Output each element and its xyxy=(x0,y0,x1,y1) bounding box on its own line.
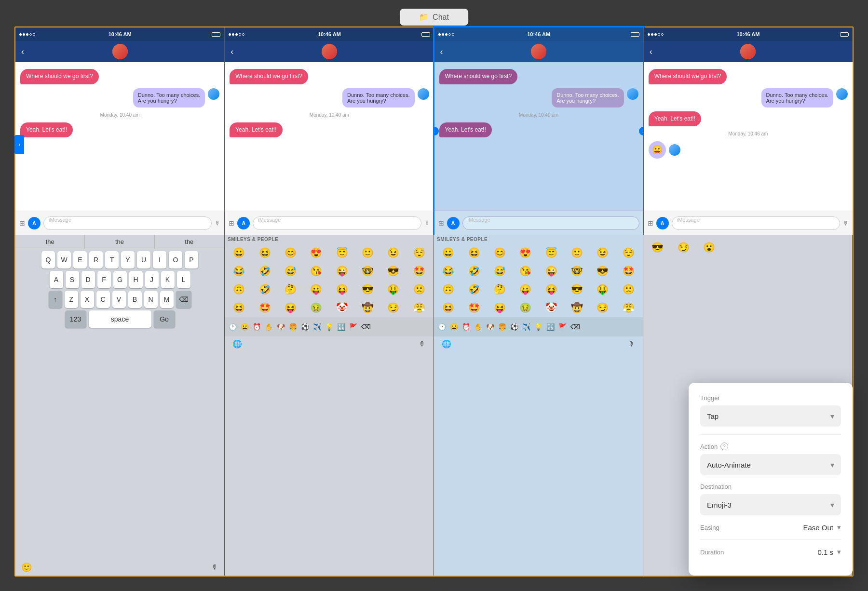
globe-icon-3[interactable]: 🌐 xyxy=(442,339,451,349)
key-k[interactable]: K xyxy=(161,271,175,288)
easing-chevron[interactable]: ▾ xyxy=(837,523,841,532)
action-select-wrapper[interactable]: Auto-Animate xyxy=(700,454,841,475)
key-h[interactable]: H xyxy=(129,271,143,288)
camera-icon-1[interactable]: ⊞ xyxy=(19,219,25,227)
key-r[interactable]: R xyxy=(89,251,103,269)
phone-frame-1[interactable]: 10:46 AM ‹ Where should we go first? Dun… xyxy=(15,27,225,235)
globe-icon-2[interactable]: 🌐 xyxy=(232,339,242,349)
action-select[interactable]: Auto-Animate xyxy=(700,454,841,475)
phone-keyboard-1[interactable]: the the the QWERTYUIOP ASDFGHJKL ↑ZXCVBN… xyxy=(15,235,225,576)
key-g[interactable]: G xyxy=(113,271,127,288)
key-p[interactable]: P xyxy=(185,251,198,269)
left-tab-handle[interactable]: › xyxy=(14,135,24,154)
key-backspace[interactable]: ⌫ xyxy=(176,291,191,308)
app-icon-2[interactable]: A xyxy=(237,217,250,229)
key-d[interactable]: D xyxy=(81,271,95,288)
key-o[interactable]: O xyxy=(169,251,182,269)
key-w[interactable]: W xyxy=(57,251,71,269)
key-q[interactable]: Q xyxy=(41,251,55,269)
mic-icon-1[interactable]: 🎙 xyxy=(215,220,220,227)
emoji-tb-objects[interactable]: 💡 xyxy=(325,323,333,331)
emoji-tb-symbols[interactable]: 🔣 xyxy=(337,323,345,331)
camera-icon-4[interactable]: ⊞ xyxy=(648,219,653,227)
suggestion-the-3[interactable]: the xyxy=(155,235,224,249)
trigger-field: Trigger Tap xyxy=(700,394,841,427)
destination-select[interactable]: Emoji-3 xyxy=(700,494,841,515)
phone-frame-4[interactable]: 10:46 AM ‹ Where should we go first? Dun… xyxy=(644,27,853,235)
key-n[interactable]: N xyxy=(144,291,158,308)
destination-select-wrapper[interactable]: Emoji-3 xyxy=(700,494,841,515)
key-space[interactable]: space xyxy=(89,310,151,328)
emoji-tb-flags[interactable]: 🚩 xyxy=(349,323,357,331)
back-arrow-3[interactable]: ‹ xyxy=(440,47,443,57)
input-bar-3[interactable]: ⊞ A iMessage xyxy=(434,211,643,235)
mic-icon-emoji-2[interactable]: 🎙 xyxy=(419,340,426,348)
key-go[interactable]: Go xyxy=(154,310,175,328)
msg-sent-8: Yeah. Let's eat!! xyxy=(649,111,701,127)
emoji-tb-clock[interactable]: 🕐 xyxy=(229,323,237,331)
key-c[interactable]: C xyxy=(96,291,110,308)
trigger-select[interactable]: Tap xyxy=(700,405,841,427)
key-v[interactable]: V xyxy=(112,291,126,308)
key-t[interactable]: T xyxy=(105,251,119,269)
phone-frame-3[interactable]: 10:46 AM ‹ Where should we go first? Dun… xyxy=(434,27,644,235)
phone-emoji-3[interactable]: SMILEYS & PEOPLE 😀😆😊😍😇🙂😉😌 😂🤣😅😘😜🤓😎🤩 🙃🤣🤔😛😝… xyxy=(434,235,643,576)
received-avatar-3 xyxy=(627,88,638,100)
emoji-key-1[interactable]: 🙂 xyxy=(21,562,32,573)
suggestion-the-2[interactable]: the xyxy=(85,235,154,249)
camera-icon-2[interactable]: ⊞ xyxy=(229,219,234,227)
app-icon-4[interactable]: A xyxy=(656,217,669,229)
app-icon-3[interactable]: A xyxy=(447,217,460,229)
back-arrow-4[interactable]: ‹ xyxy=(650,47,652,57)
back-arrow-1[interactable]: ‹ xyxy=(21,47,24,57)
input-bar-2[interactable]: ⊞ A iMessage 🎙 xyxy=(225,211,434,235)
duration-value-wrapper[interactable]: 0.1 s ▾ xyxy=(817,548,841,556)
key-123[interactable]: 123 xyxy=(65,310,86,328)
key-f[interactable]: F xyxy=(97,271,111,288)
nav-bar-3: ‹ xyxy=(434,41,643,62)
input-bar-1[interactable]: ⊞ A iMessage 🎙 xyxy=(15,211,224,235)
imessage-input-4[interactable]: iMessage xyxy=(672,216,840,230)
key-b[interactable]: B xyxy=(128,291,142,308)
imessage-input-2[interactable]: iMessage xyxy=(253,216,421,230)
key-s[interactable]: S xyxy=(66,271,79,288)
key-j[interactable]: J xyxy=(145,271,159,288)
key-shift[interactable]: ↑ xyxy=(49,291,62,308)
phone-frame-2[interactable]: 10:46 AM ‹ Where should we go first? Dun… xyxy=(225,27,434,235)
mic-icon-4[interactable]: 🎙 xyxy=(843,220,849,227)
back-arrow-2[interactable]: ‹ xyxy=(231,47,233,57)
emoji-tb-food[interactable]: 🍔 xyxy=(289,323,297,331)
emoji-tb-dog[interactable]: 🐶 xyxy=(277,323,285,331)
key-y[interactable]: Y xyxy=(121,251,135,269)
key-m[interactable]: M xyxy=(160,291,174,308)
mic-icon-emoji-3[interactable]: 🎙 xyxy=(628,340,635,348)
easing-value-wrapper[interactable]: Ease Out ▾ xyxy=(803,523,841,532)
key-i[interactable]: I xyxy=(153,251,166,269)
emoji-tb-activity[interactable]: ⚽ xyxy=(301,323,309,331)
emoji-2-1[interactable]: 😀 xyxy=(227,244,251,261)
camera-icon-3[interactable]: ⊞ xyxy=(438,219,444,227)
imessage-input-3[interactable]: iMessage xyxy=(462,216,639,230)
imessage-input-1[interactable]: iMessage xyxy=(43,216,212,230)
key-z[interactable]: Z xyxy=(65,291,78,308)
input-bar-4[interactable]: ⊞ A iMessage 🎙 xyxy=(644,211,853,235)
suggestion-the-1[interactable]: the xyxy=(15,235,85,249)
avatar-1 xyxy=(112,44,128,59)
emoji-tb-alarm[interactable]: ⏰ xyxy=(253,323,261,331)
key-l[interactable]: L xyxy=(177,271,190,288)
key-a[interactable]: A xyxy=(50,271,63,288)
mic-icon-2[interactable]: 🎙 xyxy=(424,220,430,227)
emoji-tb-smile[interactable]: 😀 xyxy=(241,323,249,331)
key-u[interactable]: U xyxy=(137,251,150,269)
trigger-select-wrapper[interactable]: Tap xyxy=(700,405,841,427)
duration-chevron[interactable]: ▾ xyxy=(837,548,841,556)
emoji-tb-travel[interactable]: ✈️ xyxy=(313,323,321,331)
key-x[interactable]: X xyxy=(81,291,94,308)
phone-emoji-2[interactable]: SMILEYS & PEOPLE 😀😆😊😍😇🙂😉😌 😂🤣😅😘😜🤓😎🤩 🙃🤣🤔😛😝… xyxy=(225,235,434,576)
key-e[interactable]: E xyxy=(73,251,87,269)
emoji-tb-delete[interactable]: ⌫ xyxy=(361,323,371,331)
app-icon-1[interactable]: A xyxy=(28,217,41,229)
emoji-tb-hand[interactable]: ✋ xyxy=(265,323,273,331)
mic-key-1[interactable]: 🎙 xyxy=(212,564,218,571)
action-help-icon[interactable]: ? xyxy=(720,443,728,450)
